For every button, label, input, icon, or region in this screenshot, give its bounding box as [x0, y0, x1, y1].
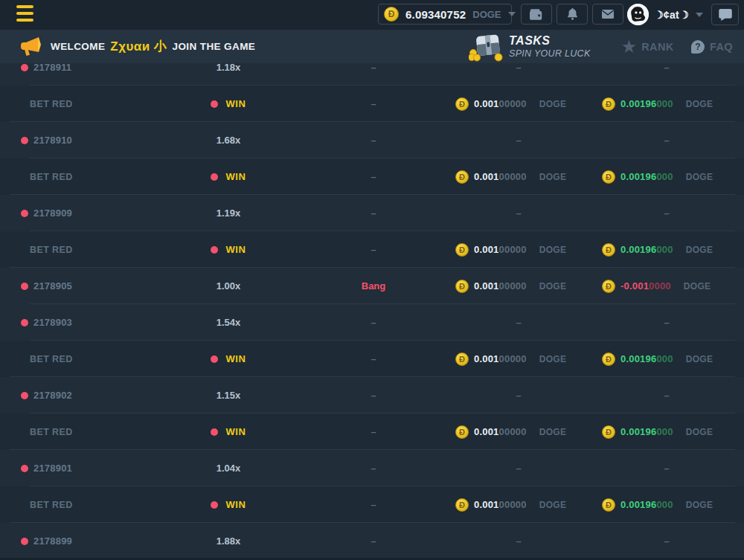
faq-label: FAQ: [710, 41, 733, 53]
bet-row[interactable]: BET REDWIN–Đ0.00100000DOGEĐ0.00196000DOG…: [0, 341, 744, 377]
doge-coin-icon: Đ: [455, 280, 469, 293]
win-dot-icon: [211, 246, 218, 254]
game-row[interactable]: 21789021.15x–––: [0, 377, 744, 413]
profit-cell: Đ0.00196000DOGE: [589, 498, 744, 512]
bet-currency: DOGE: [539, 172, 567, 182]
row-id-cell: BET RED: [0, 99, 187, 109]
bet-amount-cell: Đ0.00100000DOGE: [455, 280, 589, 293]
status-empty: –: [371, 463, 376, 474]
game-row[interactable]: 21789011.04x–––: [0, 450, 744, 486]
profit-amount: 0.00196000: [620, 244, 673, 255]
profit-amount: 0.00196000: [620, 98, 673, 109]
game-id: 2178903: [33, 317, 72, 328]
bet-amount-cell: –: [455, 317, 589, 328]
status-cell: –: [292, 426, 455, 437]
doge-coin-icon: Đ: [455, 170, 469, 184]
game-row[interactable]: 21789101.68x–––: [0, 122, 744, 158]
profit-cell: –: [589, 207, 744, 219]
messages-button[interactable]: [592, 4, 623, 25]
bet-currency: DOGE: [539, 500, 567, 510]
row-id-cell: 2178901: [0, 463, 187, 474]
profit-currency: DOGE: [686, 427, 713, 437]
notifications-button[interactable]: [557, 4, 588, 25]
bet-empty: –: [516, 390, 521, 401]
user-menu[interactable]: ☽¢at☽: [654, 0, 703, 30]
welcome-prefix: WELCOME: [51, 41, 105, 52]
status-cell: –: [292, 171, 455, 182]
status-empty: –: [371, 171, 376, 182]
bet-currency: DOGE: [539, 281, 567, 292]
status-cell: –: [292, 98, 455, 109]
status-cell: –: [292, 317, 455, 328]
bet-row[interactable]: BET REDWIN–Đ0.00100000DOGEĐ0.00196000DOG…: [0, 231, 744, 268]
bet-amount-main: 0.001: [474, 171, 499, 182]
wallet-button[interactable]: [521, 4, 552, 25]
bet-amount-main: 0.001: [474, 244, 499, 255]
profit-amount: 0.00196000: [620, 353, 673, 364]
profit-cell: Đ-0.0010000DOGE: [589, 280, 744, 293]
username: ☽¢at☽: [654, 9, 689, 21]
multiplier: 1.15x: [217, 390, 241, 401]
win-label: WIN: [225, 426, 246, 437]
bet-empty: –: [516, 207, 521, 219]
bet-amount-cell: Đ0.00100000DOGE: [455, 243, 589, 257]
menu-hamburger-icon[interactable]: [16, 5, 33, 22]
profit-empty: –: [664, 463, 669, 474]
bet-row[interactable]: BET REDWIN–Đ0.00100000DOGEĐ0.00196000DOG…: [0, 486, 744, 523]
balance-selector[interactable]: Đ 6.09340752 DOGE: [378, 4, 512, 25]
profit-amount: 0.00196000: [620, 171, 673, 182]
bet-row[interactable]: BET REDWIN–Đ0.00100000DOGEĐ0.00196000DOG…: [0, 413, 744, 450]
profit-amount-zeros: 000: [656, 244, 673, 255]
game-row[interactable]: 21788991.88x–––: [0, 523, 744, 559]
balance-currency: DOGE: [472, 9, 501, 20]
result-cell: WIN: [187, 98, 269, 109]
game-row[interactable]: 21789031.54x–––: [0, 304, 744, 341]
chat-toggle-button[interactable]: [711, 4, 739, 25]
multiplier: 1.18x: [217, 63, 241, 73]
bet-empty: –: [516, 463, 521, 474]
red-dot-icon: [21, 538, 28, 545]
result-cell: WIN: [187, 499, 269, 510]
bet-amount-cell: Đ0.00100000DOGE: [455, 498, 589, 512]
status-cell: Bang: [292, 280, 455, 292]
tasks-shortcut[interactable]: TASKS SPIN YOUR LUCK: [469, 31, 591, 62]
win-dot-icon: [211, 100, 218, 108]
profit-amount: 0.00196000: [620, 499, 673, 510]
status-empty: –: [371, 207, 376, 219]
doge-coin-icon: Đ: [602, 280, 615, 293]
bet-empty: –: [516, 535, 521, 547]
result-cell: 1.15x: [187, 390, 269, 401]
win-dot-icon: [211, 428, 218, 436]
profit-empty: –: [664, 63, 669, 73]
game-row[interactable]: 21789051.00xBangĐ0.00100000DOGEĐ-0.00100…: [0, 268, 744, 304]
avatar[interactable]: [627, 4, 649, 25]
status-cell: –: [292, 353, 455, 364]
game-row[interactable]: 21789111.18x–––: [0, 63, 744, 86]
bet-row[interactable]: BET REDWIN–Đ0.00100000DOGEĐ0.00196000DOG…: [0, 86, 744, 122]
doge-coin-icon: Đ: [602, 243, 615, 257]
result-cell: 1.00x: [187, 280, 269, 292]
status-empty: –: [371, 426, 376, 437]
profit-cell: Đ0.00196000DOGE: [589, 353, 744, 366]
win-label: WIN: [225, 98, 246, 109]
avatar-image: [627, 4, 649, 25]
red-dot-icon: [21, 319, 28, 326]
chat-bubble-icon: [719, 9, 732, 21]
result-cell: 1.04x: [187, 463, 269, 474]
star-icon: ★: [622, 39, 636, 54]
profit-amount-main: 0.00196: [620, 98, 656, 109]
profit-empty: –: [664, 390, 669, 401]
game-id: 2178899: [33, 535, 72, 547]
profit-amount-main: 0.00196: [620, 353, 656, 364]
profit-cell: –: [589, 535, 744, 547]
profit-cell: Đ0.00196000DOGE: [589, 97, 744, 111]
game-id: 2178905: [33, 280, 72, 292]
game-row[interactable]: 21789091.19x–––: [0, 195, 744, 231]
faq-link[interactable]: ? FAQ: [691, 30, 733, 63]
bet-row[interactable]: BET REDWIN–Đ0.00100000DOGEĐ0.00196000DOG…: [0, 158, 744, 195]
bet-amount-cell: Đ0.00100000DOGE: [455, 97, 589, 111]
bet-amount-cell: –: [455, 135, 589, 146]
bet-amount-cell: –: [455, 535, 589, 547]
profit-empty: –: [664, 207, 669, 219]
rank-link[interactable]: ★ RANK: [622, 30, 674, 63]
